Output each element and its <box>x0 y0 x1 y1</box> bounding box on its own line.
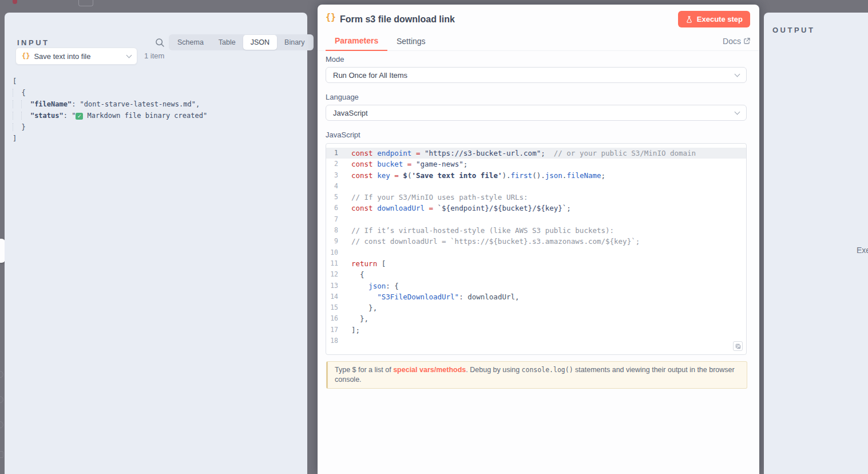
code-line[interactable]: 8// If it’s virtual-hosted-style (like A… <box>326 225 746 236</box>
output-panel-title: OUTPUT <box>772 26 815 34</box>
pop-out-icon <box>735 343 741 349</box>
code-line[interactable]: 16 }, <box>326 313 746 324</box>
code-line[interactable]: 12 { <box>326 269 746 280</box>
special-vars-link[interactable]: special vars/methods <box>393 366 466 374</box>
tab-json[interactable]: JSON <box>243 35 277 50</box>
node-title[interactable]: Form s3 file download link <box>340 14 455 25</box>
chevron-down-icon <box>126 52 132 58</box>
code-line[interactable]: 9// const downloadUrl = `https://${bucke… <box>326 236 746 247</box>
tab-settings[interactable]: Settings <box>387 31 435 50</box>
code-node-icon: {} <box>326 12 336 22</box>
language-select[interactable]: JavaScript <box>326 105 747 121</box>
mode-select[interactable]: Run Once for All Items <box>326 67 747 83</box>
output-truncated-text: Exe <box>857 246 868 255</box>
code-line[interactable]: 5// If your S3/MinIO uses path-style URL… <box>326 192 746 203</box>
code-line[interactable]: 2const bucket = "game-news"; <box>326 159 746 169</box>
tab-parameters[interactable]: Parameters <box>326 31 387 51</box>
code-line[interactable]: 1const endpoint = "https://s3-bucket-url… <box>326 148 746 159</box>
canvas-zoom-icon <box>0 396 3 403</box>
input-source-select[interactable]: {} Save text into file <box>15 48 137 65</box>
chevron-down-icon <box>735 109 740 114</box>
docs-label: Docs <box>723 37 741 46</box>
code-line[interactable]: 7 <box>326 214 746 225</box>
canvas-control-icon <box>0 451 3 458</box>
code-line[interactable]: 4 <box>326 181 746 192</box>
external-link-icon <box>744 38 750 44</box>
code-line[interactable]: 13 json: { <box>326 281 746 291</box>
node-settings-modal: {} Form s3 file download link Execute st… <box>318 5 759 474</box>
input-source-label: Save text into file <box>34 52 123 61</box>
mode-label: Mode <box>326 55 344 64</box>
execute-step-label: Execute step <box>697 15 743 23</box>
mode-value: Run Once for All Items <box>333 71 735 80</box>
code-line[interactable]: 18 <box>326 335 746 346</box>
input-panel-title: INPUT <box>17 38 50 47</box>
hint-text: Type $ for a list of special vars/method… <box>335 365 740 384</box>
code-line[interactable]: 11return [ <box>326 258 746 269</box>
code-line[interactable]: 14 "S3FileDownloadUrl": downloadUrl, <box>326 291 746 302</box>
code-line[interactable]: 15 }, <box>326 302 746 313</box>
canvas-zoom-icon <box>0 421 3 428</box>
flask-icon <box>685 15 693 23</box>
code-editor[interactable]: 1const endpoint = "https://s3-bucket-url… <box>326 143 747 355</box>
code-line[interactable]: 10 <box>326 247 746 258</box>
code-node-icon: {} <box>22 52 30 60</box>
docs-link[interactable]: Docs <box>723 31 750 50</box>
tab-table[interactable]: Table <box>211 35 243 50</box>
input-item-count: 1 item <box>144 52 164 60</box>
modal-tabbar: Parameters Settings Docs <box>318 31 759 51</box>
input-json-viewer[interactable]: [ { "fileName": "dont-starve-latest-news… <box>13 76 207 144</box>
tab-schema[interactable]: Schema <box>170 35 211 50</box>
canvas-zoom-icon <box>0 371 3 378</box>
execute-step-button[interactable]: Execute step <box>678 11 750 27</box>
input-panel: INPUT Schema Table JSON Binary {} Save t… <box>5 13 307 474</box>
dimmed-canvas-button <box>78 0 93 6</box>
language-value: JavaScript <box>333 109 735 117</box>
chevron-down-icon <box>735 71 740 77</box>
code-line[interactable]: 3const key = $('Save text into file').fi… <box>326 170 746 181</box>
code-field-label: JavaScript <box>326 131 360 139</box>
output-panel: OUTPUT Exe <box>764 13 868 474</box>
editor-expand-button[interactable] <box>733 341 743 351</box>
code-line[interactable]: 6const downloadUrl = `${endpoint}/${buck… <box>326 203 746 214</box>
input-view-tabs: Schema Table JSON Binary <box>169 34 314 50</box>
language-label: Language <box>326 93 359 101</box>
tab-binary[interactable]: Binary <box>277 35 312 50</box>
editor-hint-box: Type $ for a list of special vars/method… <box>326 361 747 389</box>
dimmed-logo-fragment <box>13 0 17 4</box>
code-line[interactable]: 17]; <box>326 325 746 335</box>
search-icon[interactable] <box>155 38 165 48</box>
